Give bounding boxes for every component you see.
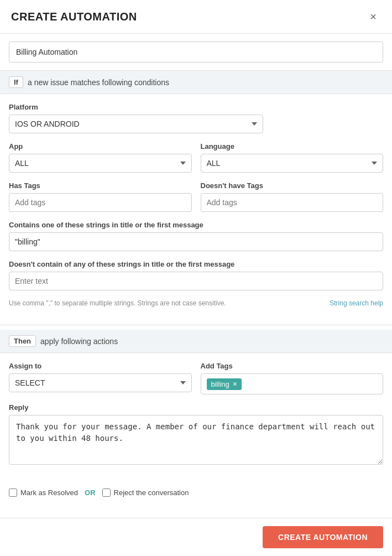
mark-resolved-text: Mark as Resolved [20, 489, 78, 497]
add-tags-container[interactable]: billing × [201, 373, 384, 394]
mark-resolved-checkbox[interactable] [9, 489, 17, 497]
add-tags-col: Add Tags billing × [201, 362, 384, 394]
conditions-body: Platform IOS OR ANDROID IOS ANDROID ALL … [0, 94, 392, 320]
then-section-bar: Then apply following actions [0, 330, 392, 353]
contains-strings-row: Contains one of these strings in title o… [9, 221, 383, 251]
contains-strings-input[interactable] [9, 232, 383, 251]
app-select[interactable]: ALL [9, 154, 192, 173]
content-area: If a new issue matches following conditi… [0, 34, 392, 540]
platform-select[interactable]: IOS OR ANDROID IOS ANDROID ALL [9, 115, 263, 133]
section-divider [0, 325, 392, 325]
doesnt-have-tags-label: Doesn't have Tags [201, 181, 384, 190]
chip-remove-button[interactable]: × [233, 380, 237, 388]
chip-label: billing [211, 380, 229, 388]
bottom-checkboxes: Mark as Resolved OR Reject the conversat… [0, 480, 392, 501]
add-tags-label: Add Tags [201, 362, 384, 370]
actions-body: Assign to SELECT Add Tags billing × Repl… [0, 353, 392, 480]
assign-to-select[interactable]: SELECT [9, 373, 192, 392]
reject-conversation-label[interactable]: Reject the conversation [102, 489, 189, 497]
modal-header: CREATE AUTOMATION × [0, 0, 392, 34]
language-select[interactable]: ALL [201, 154, 384, 173]
reply-textarea[interactable]: Thank you for your message. A member of … [9, 415, 383, 465]
reply-row: Reply Thank you for your message. A memb… [9, 403, 383, 466]
platform-field-row: Platform IOS OR ANDROID IOS ANDROID ALL [9, 103, 383, 133]
helper-row: Use comma "," to separate multiple strin… [9, 299, 383, 307]
has-tags-input[interactable] [9, 193, 192, 212]
string-search-help-button[interactable]: String search help [330, 299, 383, 307]
doesnt-have-tags-input[interactable] [201, 193, 384, 212]
platform-label: Platform [9, 103, 383, 111]
app-col: App ALL [9, 142, 192, 173]
contains-strings-label: Contains one of these strings in title o… [9, 221, 383, 229]
app-label: App [9, 142, 192, 150]
app-language-row: App ALL Language ALL [9, 142, 383, 173]
helper-text: Use comma "," to separate multiple strin… [9, 299, 226, 307]
if-section-text: a new issue matches following conditions [28, 78, 169, 87]
modal-title: CREATE AUTOMATION [11, 11, 137, 23]
then-badge: Then [9, 335, 36, 347]
has-tags-col: Has Tags [9, 181, 192, 212]
then-section-text: apply following actions [40, 337, 118, 346]
reply-label: Reply [9, 403, 383, 412]
mark-resolved-label[interactable]: Mark as Resolved [9, 489, 78, 497]
language-col: Language ALL [201, 142, 384, 173]
assign-to-label: Assign to [9, 362, 192, 370]
close-button[interactable]: × [365, 9, 381, 24]
assign-to-col: Assign to SELECT [9, 362, 192, 394]
reject-conversation-checkbox[interactable] [102, 489, 111, 497]
create-automation-button[interactable]: CREATE AUTOMATION [263, 526, 383, 548]
assign-tags-row: Assign to SELECT Add Tags billing × [9, 362, 383, 394]
has-tags-label: Has Tags [9, 181, 192, 190]
reject-conversation-text: Reject the conversation [114, 489, 189, 497]
not-contains-strings-label: Doesn't contain of any of these strings … [9, 260, 383, 268]
billing-chip: billing × [207, 378, 242, 390]
not-contains-strings-row: Doesn't contain of any of these strings … [9, 260, 383, 290]
language-label: Language [201, 142, 384, 150]
footer-bar: CREATE AUTOMATION [0, 518, 392, 556]
doesnt-have-tags-col: Doesn't have Tags [201, 181, 384, 212]
if-section-bar: If a new issue matches following conditi… [0, 71, 392, 94]
tags-row: Has Tags Doesn't have Tags [9, 181, 383, 212]
automation-name-input[interactable] [9, 41, 383, 63]
name-input-section [0, 34, 392, 71]
if-badge: If [9, 76, 23, 88]
or-text: OR [85, 489, 96, 497]
not-contains-strings-input[interactable] [9, 272, 383, 290]
